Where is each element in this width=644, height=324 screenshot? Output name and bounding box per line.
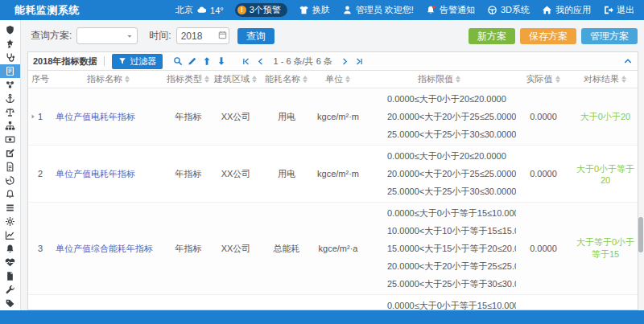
building-area: XX公司 (212, 146, 260, 203)
sidebar-item[interactable] (0, 37, 20, 51)
plan-select[interactable] (76, 27, 138, 44)
column-header[interactable]: 能耗名称 (260, 71, 313, 88)
sidebar-item[interactable] (0, 92, 20, 105)
sidebar-item[interactable] (0, 187, 20, 201)
alert-icon: ! (237, 6, 246, 14)
alert-count-label: 3个预警 (250, 4, 281, 16)
alert-count-badge[interactable]: ! 3个预警 (235, 3, 287, 17)
limit-range-line: 0.0000≤大于0小于等于15≤10.0000 (363, 297, 516, 310)
sidebar-item[interactable] (0, 64, 20, 78)
topbar-menu-item[interactable]: 换肤 (299, 4, 330, 16)
sort-icon[interactable] (555, 76, 561, 83)
sidebar-item[interactable] (0, 174, 20, 187)
actual-value (516, 295, 571, 311)
table-row[interactable]: 1 单位产值电耗年指标 年指标 XX公司 用电 kgce/m²·m 0.0000… (28, 88, 638, 146)
pager-next-icon[interactable] (341, 57, 349, 66)
sidebar-item[interactable] (0, 297, 20, 310)
sort-icon[interactable] (125, 76, 130, 83)
energy-name (260, 295, 313, 311)
sidebar-item[interactable] (0, 78, 20, 92)
row-expand-icon[interactable] (30, 113, 36, 120)
sort-icon[interactable] (204, 76, 210, 83)
new-plan-button[interactable]: 新方案 (469, 28, 515, 44)
main-content: 查询方案: 时间: 查询 新方案 保存方案 管理方案 2018年指标数据 过滤器 (21, 20, 644, 310)
column-header[interactable]: 对标结果 (571, 71, 638, 88)
file-icon (5, 271, 15, 281)
manage-plan-button[interactable]: 管理方案 (581, 28, 638, 44)
indicator-type: 年指标 (165, 88, 212, 146)
actual-value: 0.0000 (516, 146, 571, 203)
sidebar-item[interactable] (0, 256, 20, 269)
sidebar-item[interactable] (0, 133, 20, 146)
sidebar-item[interactable] (0, 215, 20, 228)
column-header-label: 建筑区域 (214, 74, 250, 84)
arrow-down-icon[interactable] (217, 56, 226, 66)
indicators-table: 序号指标名称指标类型建筑区域能耗名称单位指标限值实际值对标结果 1 单位产值电耗… (28, 71, 638, 310)
sort-icon[interactable] (621, 76, 627, 83)
building-area: XX公司 (212, 203, 260, 295)
sidebar-item[interactable] (0, 23, 20, 37)
table-row[interactable]: 2 单位产值电耗年指标 年指标 XX公司 用电 kgce/m²·m 0.0000… (28, 146, 638, 203)
share-nodes-icon (5, 80, 15, 90)
weather-temperature: 14° (210, 6, 224, 15)
pager-prev-icon[interactable] (256, 57, 265, 66)
sidebar-item[interactable] (0, 119, 20, 133)
column-header[interactable]: 序号 (28, 71, 52, 88)
arrow-up-icon[interactable] (202, 56, 212, 66)
sort-icon[interactable] (252, 76, 258, 83)
sidebar-item[interactable] (0, 283, 20, 297)
search-icon[interactable] (173, 56, 183, 66)
column-header[interactable]: 指标名称 (52, 71, 165, 88)
filter-button[interactable]: 过滤器 (112, 54, 163, 69)
indicator-name-link[interactable]: 单位产值综合能耗年指标 (56, 244, 153, 253)
shield-icon (5, 25, 15, 35)
sort-icon[interactable] (345, 76, 351, 83)
column-header[interactable]: 实际值 (516, 71, 571, 88)
sidebar-item[interactable] (0, 228, 20, 242)
chevron-up-icon[interactable] (623, 56, 633, 66)
table-row[interactable]: 3 单位产值综合能耗年指标 年指标 XX公司 总能耗 kgce/m²·a 0.0… (28, 203, 638, 295)
anchor-icon (5, 93, 15, 104)
sidebar-item[interactable] (0, 242, 20, 256)
plan-buttons: 新方案 保存方案 管理方案 (469, 28, 638, 44)
limit-range-line: 10.0000<大于10小于等于15≤15.0000 (363, 222, 516, 240)
unit (313, 295, 363, 311)
limit-range-line: 20.0000<大于20小于等于25≤25.0000 (363, 257, 516, 275)
table-row[interactable]: 0.0000≤大于0小于等于15≤10.0000 (28, 295, 638, 311)
pager-last-icon[interactable] (355, 57, 364, 66)
sidebar-item[interactable] (0, 160, 20, 174)
topbar-menu-item[interactable]: 3D系统 (487, 4, 530, 16)
calendar-icon[interactable] (218, 31, 227, 39)
report-icon (5, 66, 15, 76)
cloud-icon (196, 5, 207, 15)
topbar-menu-label: 换肤 (312, 4, 330, 16)
sidebar-item[interactable] (0, 201, 20, 215)
sort-icon[interactable] (456, 76, 461, 83)
column-header[interactable]: 建筑区域 (212, 71, 260, 88)
bell-icon (5, 244, 15, 254)
save-plan-button[interactable]: 保存方案 (520, 28, 576, 44)
sort-icon[interactable] (303, 76, 308, 83)
sidebar-item[interactable] (0, 105, 20, 119)
topbar-menu-item[interactable]: 退出 (603, 4, 634, 16)
topbar-menu-label: 告警通知 (440, 4, 475, 16)
search-button[interactable]: 查询 (237, 28, 275, 44)
indicator-name-link[interactable]: 单位产值电耗年指标 (56, 169, 135, 178)
column-header-label: 指标名称 (87, 74, 122, 84)
sidebar-item[interactable] (0, 51, 20, 64)
column-header[interactable]: 单位 (313, 71, 363, 88)
topbar-menu-item[interactable]: 管理员 欢迎您! (342, 4, 414, 16)
chart-line-icon (5, 230, 15, 240)
topbar-menu-item[interactable]: 告警通知 (426, 4, 475, 16)
indicator-name-link[interactable]: 单位产值电耗年指标 (56, 112, 135, 121)
limit-range-line: 20.0000<大于20小于25≤25.0000 (363, 108, 516, 125)
energy-name: 用电 (260, 146, 313, 203)
column-header[interactable]: 指标限值 (363, 71, 516, 88)
sidebar-item[interactable] (0, 269, 20, 283)
sidebar-item[interactable] (0, 146, 20, 160)
scrollbar-thumb[interactable] (638, 217, 643, 252)
topbar-menu-item[interactable]: 我的应用 (542, 4, 591, 16)
brush-icon[interactable] (188, 56, 197, 66)
pager-first-icon[interactable] (242, 57, 250, 66)
column-header[interactable]: 指标类型 (165, 71, 212, 88)
